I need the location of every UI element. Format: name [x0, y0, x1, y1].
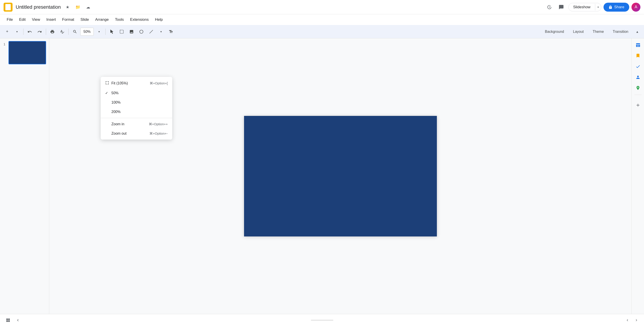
zoom-in-item[interactable]: Zoom in ⌘+Option++: [101, 120, 172, 129]
bottom-zoom-indicator: [311, 320, 333, 321]
zoom-dropdown-menu: Fit (105%) ⌘+Option+[ ✓ 50% 100% 200%: [101, 77, 172, 140]
toolbar-collapse-button[interactable]: ▲: [633, 28, 641, 36]
share-label: Share: [614, 5, 624, 9]
user-avatar[interactable]: A: [632, 3, 640, 12]
collapse-panel-button[interactable]: [14, 316, 22, 325]
zoom-50-label: 50%: [112, 91, 168, 95]
new-slide-button[interactable]: +: [3, 27, 12, 36]
add-addon-button[interactable]: [633, 100, 643, 110]
slide-number-1: 1: [2, 41, 7, 46]
spell-check-button[interactable]: [58, 27, 67, 36]
menu-slide[interactable]: Slide: [78, 16, 92, 23]
tables-icon[interactable]: [633, 40, 643, 50]
zoom-fit-label: Fit (105%): [112, 81, 145, 85]
toolbar-right-actions: Background Layout Theme Transition ▲: [541, 28, 641, 36]
dropdown-divider: [101, 118, 172, 118]
menu-file[interactable]: File: [4, 16, 16, 23]
layout-button[interactable]: Layout: [569, 28, 588, 35]
zoom-100-item[interactable]: 100%: [101, 98, 172, 107]
history-button[interactable]: [544, 2, 554, 12]
check-50-icon: ✓: [105, 91, 112, 95]
cloud-icon[interactable]: ☁: [84, 3, 92, 11]
toolbar-divider-1: [23, 28, 24, 35]
slide-panel: 1: [0, 38, 49, 314]
print-button[interactable]: [48, 27, 57, 36]
header-right: Slideshow ▾ Share A: [544, 2, 640, 12]
maps-icon[interactable]: [633, 83, 643, 93]
theme-button[interactable]: Theme: [589, 28, 608, 35]
transition-button[interactable]: Transition: [609, 28, 632, 35]
presentation-title: Untitled presentation: [16, 4, 61, 10]
toolbar-divider-4: [105, 28, 106, 35]
zoom-100-label: 100%: [112, 101, 168, 105]
zoom-dropdown-overlay: Fit (105%) ⌘+Option+[ ✓ 50% 100% 200%: [101, 77, 172, 140]
bottom-bar: [0, 314, 644, 326]
line-button[interactable]: [147, 27, 156, 36]
zoom-out-label: Zoom out: [112, 132, 145, 136]
keep-icon[interactable]: [633, 51, 643, 61]
image-button[interactable]: [127, 27, 136, 36]
zoom-50-item[interactable]: ✓ 50%: [101, 88, 172, 98]
zoom-200-item[interactable]: 200%: [101, 107, 172, 117]
slide-1-container: 1: [2, 41, 47, 64]
zoom-icon-button[interactable]: [70, 27, 80, 36]
contacts-icon[interactable]: [633, 72, 643, 82]
line-dropdown-button[interactable]: ▾: [156, 27, 166, 36]
right-sidebar-divider: [634, 95, 642, 95]
zoom-fit-item[interactable]: Fit (105%) ⌘+Option+[: [101, 78, 172, 88]
menu-insert[interactable]: Insert: [43, 16, 59, 23]
menu-help[interactable]: Help: [152, 16, 166, 23]
slide-thumbnail-1[interactable]: [8, 41, 46, 64]
zoom-dropdown-button[interactable]: ▾: [94, 27, 104, 36]
comment-button[interactable]: [556, 2, 566, 12]
redo-button[interactable]: [35, 27, 44, 36]
toolbar-divider-3: [68, 28, 69, 35]
menu-format[interactable]: Format: [59, 16, 78, 23]
new-slide-dropdown-button[interactable]: ▾: [12, 27, 22, 36]
slideshow-button[interactable]: Slideshow: [568, 3, 595, 11]
selection-button[interactable]: [117, 27, 126, 36]
menu-bar: File Edit View Insert Format Slide Arran…: [0, 14, 644, 25]
menu-arrange[interactable]: Arrange: [92, 16, 112, 23]
zoom-in-shortcut: ⌘+Option++: [149, 122, 168, 126]
menu-extensions[interactable]: Extensions: [127, 16, 152, 23]
title-icons: ★ 📁 ☁: [64, 3, 92, 11]
star-icon[interactable]: ★: [64, 3, 72, 11]
undo-button[interactable]: [25, 27, 34, 36]
menu-tools[interactable]: Tools: [112, 16, 127, 23]
textbox-button[interactable]: [166, 27, 175, 36]
zoom-bar: [311, 320, 333, 321]
svg-line-2: [150, 30, 153, 33]
tasks-icon[interactable]: [633, 62, 643, 71]
cursor-button[interactable]: [107, 27, 116, 36]
zoom-out-item[interactable]: Zoom out ⌘+Option+-: [101, 129, 172, 138]
title-bar: Untitled presentation ★ 📁 ☁ Slideshow ▾ …: [0, 0, 644, 14]
svg-point-1: [140, 30, 143, 33]
slideshow-button-group: Slideshow ▾: [568, 3, 601, 11]
shape-button[interactable]: [137, 27, 146, 36]
grid-view-button[interactable]: [4, 316, 12, 325]
zoom-in-label: Zoom in: [112, 122, 144, 126]
zoom-out-shortcut: ⌘+Option+-: [150, 132, 168, 136]
main-area: 1 Fit (105%) ⌘+Option+[ ✓ 50%: [0, 38, 644, 314]
app-logo: [4, 3, 12, 12]
menu-view[interactable]: View: [29, 16, 44, 23]
menu-edit[interactable]: Edit: [16, 16, 29, 23]
right-sidebar: [632, 38, 644, 314]
zoom-input[interactable]: [80, 28, 94, 36]
zoom-fit-shortcut: ⌘+Option+[: [150, 81, 168, 85]
fit-icon: [105, 81, 112, 86]
next-slide-button[interactable]: [632, 316, 640, 324]
folder-icon[interactable]: 📁: [74, 3, 82, 11]
slide-canvas[interactable]: [244, 116, 437, 236]
prev-slide-button[interactable]: [624, 316, 632, 324]
svg-rect-0: [120, 30, 124, 33]
share-button[interactable]: Share: [604, 3, 629, 12]
slideshow-dropdown-button[interactable]: ▾: [595, 4, 601, 10]
bottom-left: [4, 316, 22, 325]
bottom-right: [624, 316, 640, 324]
background-button[interactable]: Background: [541, 28, 568, 35]
toolbar-divider-2: [46, 28, 46, 35]
toolbar: + ▾ ▾ ▾ Background Layout Theme: [0, 25, 644, 38]
zoom-200-label: 200%: [112, 110, 168, 114]
